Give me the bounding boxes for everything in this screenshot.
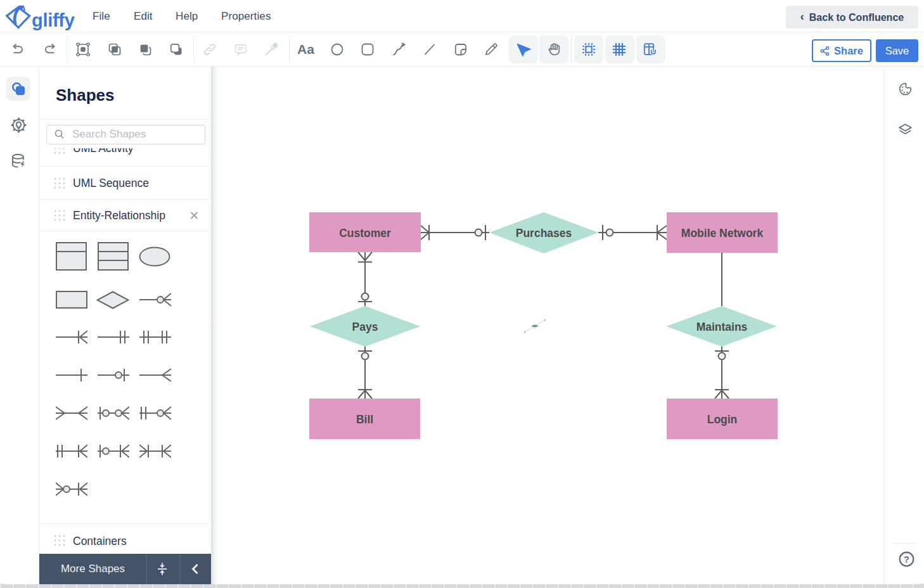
- svg-text:?: ?: [904, 554, 909, 565]
- svg-text:Aa: Aa: [297, 42, 314, 56]
- svg-text:Purchases: Purchases: [516, 227, 572, 240]
- svg-text:Pays: Pays: [352, 321, 378, 333]
- svg-text:Bill: Bill: [356, 413, 373, 426]
- svg-text:gliffy: gliffy: [32, 10, 75, 30]
- svg-text:Customer: Customer: [339, 227, 391, 240]
- svg-text:Maintains: Maintains: [696, 321, 748, 333]
- svg-text:Mobile Network: Mobile Network: [681, 227, 764, 240]
- svg-text:Login: Login: [707, 413, 738, 426]
